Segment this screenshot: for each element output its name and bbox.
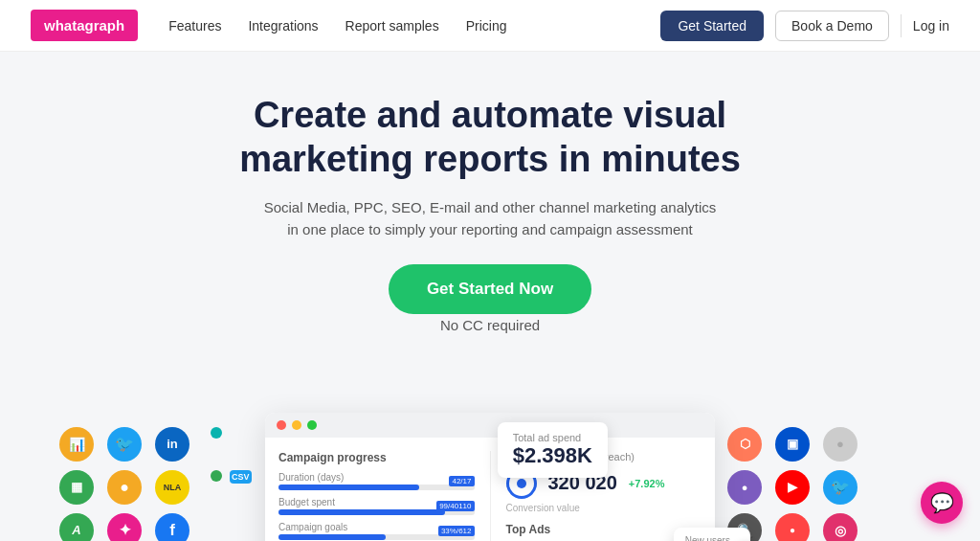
new-users-label: New users	[685, 535, 739, 541]
book-demo-button[interactable]: Book a Demo	[775, 11, 889, 41]
icon-twitter-1: 🐦	[107, 427, 142, 462]
progress-item-duration: Duration (days) 42/17	[278, 472, 475, 490]
dot-green	[307, 420, 317, 430]
progress-badge-duration: 42/17	[449, 476, 474, 486]
progress-fill-goals	[278, 534, 386, 540]
nav-report-samples[interactable]: Report samples	[345, 18, 439, 34]
icon-red-dot: ●	[775, 513, 810, 541]
icon-nla: NLA	[155, 470, 189, 505]
get-started-cta-button[interactable]: Get Started Now	[389, 264, 591, 314]
progress-item-budget: Budget spent 99/40110	[278, 497, 475, 515]
progress-badge-budget: 99/40110	[436, 501, 474, 511]
nav-pricing[interactable]: Pricing	[466, 18, 507, 34]
icon-csv: CSV	[230, 470, 252, 484]
top-ads-title: Top Ads	[506, 523, 702, 536]
progress-item-goals: Campaign goals 33%/612	[278, 522, 475, 540]
dot-yellow	[292, 420, 301, 430]
icon-green-dot	[211, 470, 222, 482]
nav-integrations[interactable]: Integrations	[248, 18, 318, 34]
header-actions: Get Started Book a Demo Log in	[660, 11, 949, 41]
conversion-label: Conversion value	[506, 503, 702, 513]
top-ads-section: Top Ads 🖼 🖼 🖼	[506, 523, 702, 541]
icon-google-ads: A	[59, 513, 94, 541]
progress-track-duration: 42/17	[278, 485, 475, 490]
progress-fill-duration	[278, 485, 419, 490]
icon-analytics: 📊	[59, 427, 94, 462]
logo: whatagraph	[31, 10, 138, 41]
icon-yellow-dot: ●	[107, 470, 142, 505]
hero-subtitle: Social Media, PPC, SEO, E-mail and other…	[260, 196, 720, 241]
card-left-panel: Campaign progress Duration (days) 42/17 …	[278, 451, 475, 541]
icon-pink-star: ✦	[107, 513, 142, 541]
icon-twitter-2: 🐦	[823, 470, 858, 505]
progress-track-budget: 99/40110	[278, 509, 475, 515]
total-ad-spend-label: Total ad spend	[513, 432, 592, 443]
header: whatagraph Features Integrations Report …	[0, 0, 980, 52]
card-body: Campaign progress Duration (days) 42/17 …	[265, 438, 715, 541]
total-ad-spend-card: Total ad spend $2.398K	[498, 422, 608, 478]
impressions-change: +7.92%	[629, 478, 665, 489]
hero-section: Create and automate visual marketing rep…	[0, 52, 980, 378]
progress-track-goals: 33%/612	[278, 534, 475, 540]
eye-pupil	[517, 479, 526, 488]
progress-fill-budget	[278, 509, 445, 515]
progress-label-duration: Duration (days)	[278, 472, 475, 483]
icon-instagram: ◎	[823, 513, 858, 541]
dot-red	[277, 420, 286, 430]
preview-area: 📊 🐦 in ▦ ● NLA A ✦ f ⬡ ▣ ● ● ▶ 🐦 🔍 ● ◎ C…	[0, 394, 980, 541]
dashboard-card: Campaign progress Duration (days) 42/17 …	[265, 413, 715, 541]
icon-teal-dot	[211, 427, 222, 439]
icon-youtube: ▶	[775, 470, 810, 505]
icon-facebook-left: f	[155, 513, 189, 541]
card-titlebar	[265, 413, 715, 438]
progress-badge-goals: 33%/612	[438, 526, 475, 536]
login-button[interactable]: Log in	[913, 18, 949, 34]
no-cc-label: No CC required	[260, 314, 720, 336]
hero-headline: Create and automate visual marketing rep…	[174, 94, 806, 181]
nav: Features Integrations Report samples Pri…	[168, 18, 660, 34]
new-users-badge: New users 814 +2.	[674, 528, 750, 541]
header-divider	[901, 14, 902, 37]
campaign-progress-title: Campaign progress	[278, 451, 475, 464]
total-ad-spend-value: $2.398K	[513, 443, 592, 468]
icon-linkedin: in	[155, 427, 189, 462]
icon-grey-dot: ●	[823, 427, 858, 462]
get-started-nav-button[interactable]: Get Started	[660, 11, 764, 41]
icon-hubspot: ⬡	[727, 427, 762, 462]
icon-purple-dot: ●	[727, 470, 762, 505]
icon-jira: ▣	[775, 427, 810, 462]
chat-bubble[interactable]: 💬	[921, 482, 963, 524]
icon-sheets: ▦	[59, 470, 94, 505]
nav-features[interactable]: Features	[168, 18, 221, 34]
